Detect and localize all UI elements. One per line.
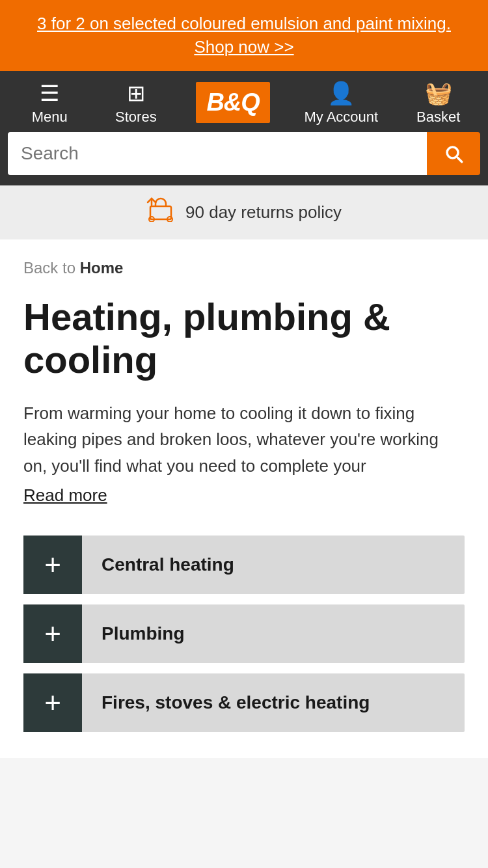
search-bar [0,132,488,185]
category-label: Fires, stoves & electric heating [82,692,389,713]
category-expand-icon: + [23,673,82,732]
basket-label: Basket [416,109,460,126]
page-description: From warming your home to cooling it dow… [23,400,465,479]
stores-label: Stores [115,109,157,126]
category-item[interactable]: +Plumbing [23,604,465,663]
back-text: Back to [23,259,75,277]
navbar: ☰ Menu ⊞ Stores B&Q 👤 My Account 🧺 Baske… [0,71,488,132]
returns-icon [146,197,175,228]
bq-logo: B&Q [196,82,269,123]
logo-button[interactable]: B&Q [196,82,269,123]
returns-bar: 90 day returns policy [0,185,488,239]
menu-button[interactable]: ☰ Menu [23,80,75,126]
returns-text: 90 day returns policy [185,202,342,223]
category-item[interactable]: +Fires, stoves & electric heating [23,673,465,732]
stores-button[interactable]: ⊞ Stores [110,80,162,126]
main-content: Back to Home Heating, plumbing & cooling… [0,239,488,758]
read-more-link[interactable]: Read more [23,485,107,506]
menu-label: Menu [32,109,68,126]
account-label: My Account [304,109,378,126]
basket-icon: 🧺 [425,80,452,106]
account-icon: 👤 [327,80,355,106]
promo-banner[interactable]: 3 for 2 on selected coloured emulsion an… [0,0,488,71]
account-button[interactable]: 👤 My Account [304,80,378,126]
category-label: Plumbing [82,623,204,644]
category-expand-icon: + [23,536,82,594]
category-item[interactable]: +Central heating [23,536,465,594]
search-icon [442,142,465,165]
category-expand-icon: + [23,604,82,663]
category-label: Central heating [82,554,254,575]
menu-icon: ☰ [40,80,59,106]
search-button[interactable] [427,132,480,175]
search-input[interactable] [8,132,427,175]
breadcrumb: Back to Home [23,259,465,277]
promo-link[interactable]: 3 for 2 on selected coloured emulsion an… [37,14,451,57]
category-list: +Central heating+Plumbing+Fires, stoves … [23,536,465,739]
basket-button[interactable]: 🧺 Basket [413,80,465,126]
page-title: Heating, plumbing & cooling [23,295,465,382]
home-link[interactable]: Home [80,259,124,277]
stores-icon: ⊞ [127,80,145,106]
